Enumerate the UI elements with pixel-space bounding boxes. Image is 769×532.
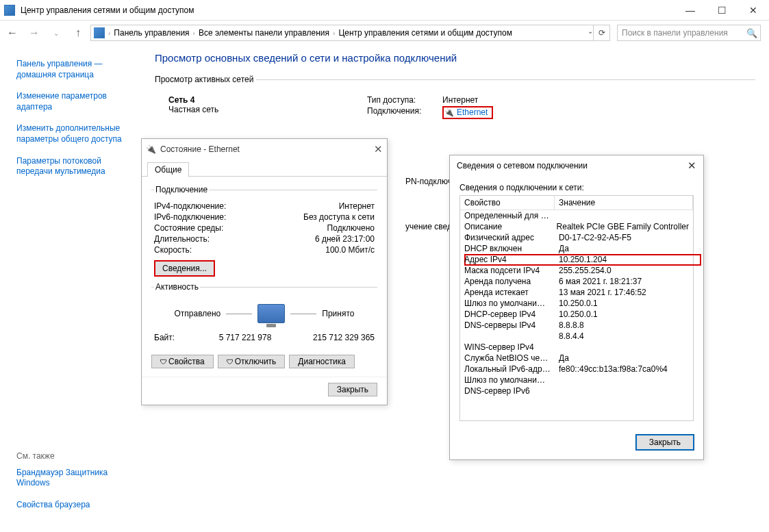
details-row[interactable]: WINS-сервер IPv4	[460, 342, 693, 353]
value-cell: fe80::49cc:b13a:f98a:7ca0%4	[555, 364, 693, 375]
property-cell: Аренда получена	[460, 276, 555, 287]
details-grid[interactable]: Свойство Значение Определенный для по...…	[459, 195, 694, 421]
see-also-browser[interactable]: Свойства браузера	[16, 500, 134, 511]
network-type: Частная сеть	[168, 105, 367, 114]
titlebar: Центр управления сетями и общим доступом…	[0, 0, 769, 21]
details-close-btn[interactable]: Закрыть	[636, 435, 694, 450]
sidebar-item-sharing[interactable]: Изменить дополнительные параметры общего…	[16, 123, 134, 144]
minimize-button[interactable]: —	[675, 0, 706, 21]
details-row[interactable]: Определенный для по...	[460, 210, 693, 221]
up-button[interactable]: ↑	[68, 23, 88, 42]
details-row[interactable]: Маска подсети IPv4255.255.254.0	[460, 265, 693, 276]
property-cell: Шлюз по умолчанию IP...	[460, 298, 555, 309]
details-row[interactable]: Аренда получена6 мая 2021 г. 18:21:37	[460, 276, 693, 287]
ipv6-label: IPv6-подключение:	[154, 212, 303, 222]
location-icon	[94, 27, 105, 38]
value-cell: 10.250.0.1	[555, 309, 693, 320]
navbar: ← → ⌄ ↑ › Панель управления › Все элемен…	[0, 21, 769, 45]
breadcrumb-3[interactable]: Центр управления сетями и общим доступом	[338, 28, 512, 38]
disable-button[interactable]: 🛡Отключить	[218, 355, 286, 368]
diagnose-button[interactable]: Диагностика	[289, 355, 355, 368]
media-label: Состояние среды:	[154, 223, 327, 233]
property-cell: Шлюз по умолчанию IP...	[460, 375, 555, 385]
app-icon	[4, 5, 15, 16]
property-cell: Адрес IPv4	[460, 254, 555, 265]
refresh-button[interactable]: ⟳	[593, 25, 609, 40]
page-title: Просмотр основных сведений о сети и наст…	[155, 52, 755, 64]
value-cell: 6 мая 2021 г. 18:21:37	[555, 276, 693, 287]
details-row[interactable]: Физический адресD0-17-C2-92-A5-F5	[460, 232, 693, 243]
breadcrumb-2[interactable]: Все элементы панели управления	[199, 28, 329, 38]
bytes-label: Байт:	[154, 333, 202, 342]
status-dialog: 🔌 Состояние - Ethernet ✕ Общие Подключен…	[141, 138, 388, 405]
property-cell	[460, 331, 555, 342]
details-row[interactable]: Шлюз по умолчанию IP...10.250.0.1	[460, 298, 693, 309]
ipv4-label: IPv4-подключение:	[154, 201, 339, 211]
maximize-button[interactable]: ☐	[706, 0, 738, 21]
tab-general[interactable]: Общие	[147, 162, 189, 177]
value-cell: Да	[555, 353, 693, 364]
value-cell	[555, 385, 693, 396]
value-cell: 8.8.8.8	[555, 320, 693, 331]
value-cell	[555, 342, 693, 353]
address-dropdown-icon[interactable]: ⌄	[588, 27, 593, 35]
window-title: Центр управления сетями и общим доступом	[21, 5, 675, 15]
ethernet-icon: 🔌	[444, 108, 454, 117]
address-bar[interactable]: › Панель управления › Все элементы панел…	[90, 25, 610, 41]
details-row[interactable]: Адрес IPv410.250.1.204	[460, 254, 693, 265]
details-row[interactable]: ОписаниеRealtek PCIe GBE Family Controll…	[460, 221, 693, 232]
forward-button[interactable]: →	[25, 23, 44, 42]
value-cell: Да	[555, 243, 693, 254]
sidebar: Панель управления — домашняя страница Из…	[0, 45, 141, 532]
bytes-sent: 5 717 221 978	[202, 333, 288, 342]
history-dropdown-icon[interactable]: ⌄	[47, 23, 66, 42]
details-row[interactable]: DNS-сервер IPv6	[460, 385, 693, 396]
media-value: Подключено	[327, 223, 375, 233]
value-cell: 8.8.4.4	[555, 331, 693, 342]
details-row[interactable]: DNS-серверы IPv48.8.8.8	[460, 320, 693, 331]
details-row[interactable]: DHCP-сервер IPv410.250.0.1	[460, 309, 693, 320]
sidebar-item-adapter[interactable]: Изменение параметров адаптера	[16, 91, 134, 112]
value-cell: 10.250.1.204	[555, 254, 693, 265]
breadcrumb-1[interactable]: Панель управления	[114, 28, 189, 38]
details-close-button[interactable]: ✕	[688, 160, 696, 172]
properties-button[interactable]: 🛡Свойства	[151, 355, 214, 368]
details-button[interactable]: Сведения...	[154, 260, 215, 277]
value-cell: Realtek PCIe GBE Family Controller	[553, 221, 693, 232]
close-button[interactable]: ✕	[738, 0, 769, 21]
access-value: Интернет	[442, 95, 478, 105]
value-cell	[555, 210, 693, 221]
sidebar-item-media[interactable]: Параметры потоковой передачи мультимедиа	[16, 156, 134, 177]
group-activity: Активность	[154, 282, 200, 292]
speed-value: 100.0 Мбит/с	[325, 245, 375, 255]
ipv4-value: Интернет	[339, 201, 375, 211]
col-value[interactable]: Значение	[555, 196, 693, 210]
property-cell: DNS-сервер IPv6	[460, 385, 555, 396]
details-row[interactable]: Служба NetBIOS через...Да	[460, 353, 693, 364]
property-cell: DHCP включен	[460, 243, 555, 254]
status-close-btn[interactable]: Закрыть	[328, 383, 377, 396]
details-row[interactable]: 8.8.4.4	[460, 331, 693, 342]
details-row[interactable]: Шлюз по умолчанию IP...	[460, 375, 693, 385]
details-row[interactable]: Локальный IPv6-адрес...fe80::49cc:b13a:f…	[460, 364, 693, 375]
duration-label: Длительность:	[154, 234, 315, 244]
duration-value: 6 дней 23:17:00	[315, 234, 375, 244]
sidebar-item-home[interactable]: Панель управления — домашняя страница	[16, 59, 134, 80]
sent-label: Отправлено	[175, 309, 221, 318]
col-property[interactable]: Свойство	[460, 196, 555, 210]
property-cell: Физический адрес	[460, 232, 555, 243]
bytes-recv: 215 712 329 365	[288, 333, 375, 342]
ethernet-icon: 🔌	[146, 144, 156, 154]
details-row[interactable]: DHCP включенДа	[460, 243, 693, 254]
see-also-firewall[interactable]: Брандмауэр Защитника Windows	[16, 468, 134, 489]
status-close-button[interactable]: ✕	[362, 143, 383, 155]
ethernet-link[interactable]: 🔌 Ethernet	[442, 106, 493, 119]
active-networks-heading: Просмотр активных сетей	[155, 75, 755, 84]
ipv6-value: Без доступа к сети	[303, 212, 375, 222]
value-cell: 255.255.254.0	[555, 265, 693, 276]
search-input[interactable]: Поиск в панели управления 🔍	[617, 25, 761, 41]
details-row[interactable]: Аренда истекает13 мая 2021 г. 17:46:52	[460, 287, 693, 298]
back-button[interactable]: ←	[3, 23, 22, 42]
property-cell: Служба NetBIOS через...	[460, 353, 555, 364]
connections-label: Подключения:	[367, 106, 442, 119]
